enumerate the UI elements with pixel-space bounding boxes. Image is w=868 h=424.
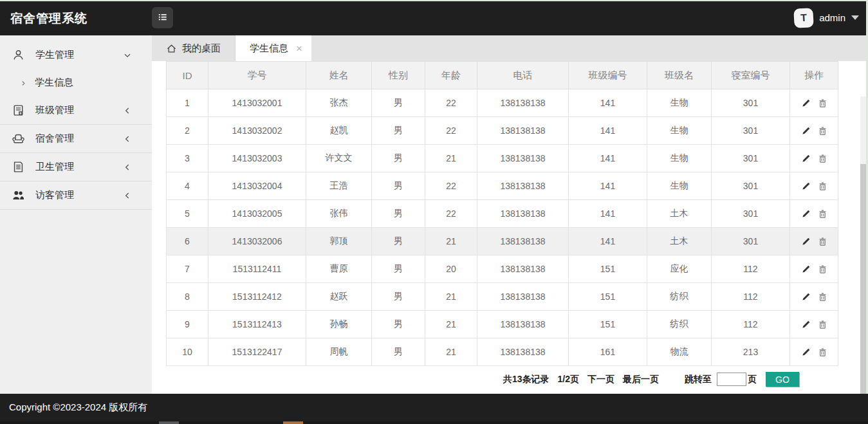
table-cell: 应化	[647, 255, 712, 283]
chevron-left-icon	[122, 134, 133, 144]
chevron-left-icon	[122, 190, 133, 201]
table-cell: 22	[425, 117, 477, 145]
sidebar-item-label: 卫生管理	[35, 161, 122, 173]
table-cell: 张杰	[306, 89, 372, 117]
edit-icon[interactable]	[800, 292, 811, 302]
column-header: 寝室编号	[712, 62, 790, 89]
window-edge-top	[0, 0, 868, 1]
table-cell: 141	[569, 228, 647, 255]
pagination-bar: 共13条记录 1/2页 下一页 最后一页 跳转至 页 GO	[166, 372, 838, 387]
column-header: 学号	[208, 62, 306, 89]
table-cell: 20	[425, 255, 477, 283]
sidebar-item-4[interactable]: 卫生管理	[0, 153, 152, 181]
avatar: T	[793, 8, 814, 28]
user-menu[interactable]: T admin	[794, 7, 859, 28]
sidebar-subitem[interactable]: 学生信息	[0, 69, 152, 97]
delete-icon[interactable]	[817, 154, 827, 164]
sidebar-item-3[interactable]: 宿舍管理	[0, 125, 152, 152]
edit-icon[interactable]	[800, 237, 811, 247]
table-cell: 138138138	[477, 255, 569, 283]
go-button[interactable]: GO	[766, 372, 799, 387]
tab-1[interactable]: 我的桌面	[152, 35, 235, 61]
table-cell: 301	[712, 228, 790, 255]
chair-icon	[12, 133, 24, 145]
table-cell: 物流	[647, 338, 712, 366]
delete-icon[interactable]	[817, 209, 827, 219]
edit-icon[interactable]	[800, 209, 811, 219]
edit-icon[interactable]	[800, 126, 811, 136]
edit-icon[interactable]	[800, 98, 811, 109]
table-cell: 男	[372, 117, 425, 145]
users-icon	[12, 189, 24, 201]
table-cell: 138138138	[477, 283, 569, 311]
scrollbar-thumb[interactable]	[860, 164, 866, 424]
edit-icon[interactable]	[800, 264, 811, 275]
table-cell: 1513122417	[208, 338, 306, 366]
delete-icon[interactable]	[817, 264, 827, 275]
table-cell: 112	[712, 311, 790, 338]
table-cell: 301	[712, 200, 790, 228]
sidebar-item-5[interactable]: 访客管理	[0, 181, 152, 209]
table-cell: 213	[712, 338, 790, 366]
page-indicator: 1/2页	[558, 374, 579, 385]
table-cell: 22	[425, 172, 477, 200]
delete-icon[interactable]	[817, 237, 827, 247]
last-page-link[interactable]: 最后一页	[623, 374, 659, 385]
delete-icon[interactable]	[817, 181, 827, 192]
home-icon	[166, 43, 177, 54]
copyright-label: Copyright ©2023-2024 版权所有	[9, 401, 147, 414]
table-cell: 22	[425, 200, 477, 228]
table-cell: 1513112411	[208, 255, 306, 283]
sidebar-item-1[interactable]: 学生管理	[0, 41, 152, 69]
table-cell: 土木	[647, 228, 712, 255]
table-cell: 1413032004	[208, 172, 306, 200]
menu-group: 宿舍管理	[0, 125, 152, 153]
sidebar-toggle-button[interactable]	[152, 7, 173, 28]
table-cell: 141	[569, 172, 647, 200]
table-cell: 男	[372, 89, 425, 117]
table-cell: 男	[372, 338, 425, 366]
close-icon[interactable]: ×	[296, 43, 302, 54]
table-cell: 1413032002	[208, 117, 306, 145]
table-row: 91513112413孙畅男21138138138151纺织112	[167, 311, 838, 338]
chevron-left-icon	[122, 106, 133, 116]
username-label: admin	[819, 12, 845, 23]
edit-icon[interactable]	[800, 347, 811, 358]
record-count-label: 共13条记录	[503, 374, 549, 385]
table-cell: 141	[569, 200, 647, 228]
arrow-right-icon	[19, 78, 28, 87]
actions-cell	[790, 228, 838, 255]
top-header: 宿舍管理系统 T admin	[0, 0, 868, 35]
table-row: 101513122417周帆男21138138138161物流213	[167, 338, 838, 366]
table-cell: 301	[712, 89, 790, 117]
delete-icon[interactable]	[817, 320, 827, 330]
edit-icon[interactable]	[800, 320, 811, 330]
table-cell: 112	[712, 255, 790, 283]
actions-cell	[790, 172, 838, 200]
table-cell: 男	[372, 145, 425, 172]
user-icon	[12, 49, 24, 61]
table-header: ID学号姓名性别年龄电话班级编号班级名寝室编号操作	[167, 62, 838, 89]
delete-icon[interactable]	[817, 126, 827, 136]
table-cell: 1413032003	[208, 145, 306, 172]
table-cell: 男	[372, 200, 425, 228]
page-number-input[interactable]	[717, 373, 746, 386]
taskbar-sliver	[0, 421, 868, 424]
taskbar-item-orange	[283, 421, 303, 424]
edit-icon[interactable]	[800, 154, 811, 164]
column-header: 姓名	[306, 62, 372, 89]
delete-icon[interactable]	[817, 347, 827, 358]
next-page-link[interactable]: 下一页	[587, 374, 614, 385]
students-table: ID学号姓名性别年龄电话班级编号班级名寝室编号操作 11413032001张杰男…	[166, 61, 838, 366]
table-cell: 301	[712, 117, 790, 145]
chevron-down-icon	[851, 15, 859, 20]
actions-cell	[790, 117, 838, 145]
edit-icon[interactable]	[800, 181, 811, 192]
delete-icon[interactable]	[817, 98, 827, 109]
vertical-scrollbar[interactable]	[860, 97, 866, 424]
chevron-left-icon	[122, 162, 133, 172]
tab-2[interactable]: 学生信息×	[235, 35, 311, 61]
sidebar-item-2[interactable]: 班级管理	[0, 97, 152, 124]
table-cell: 138138138	[477, 228, 569, 255]
delete-icon[interactable]	[817, 292, 827, 302]
